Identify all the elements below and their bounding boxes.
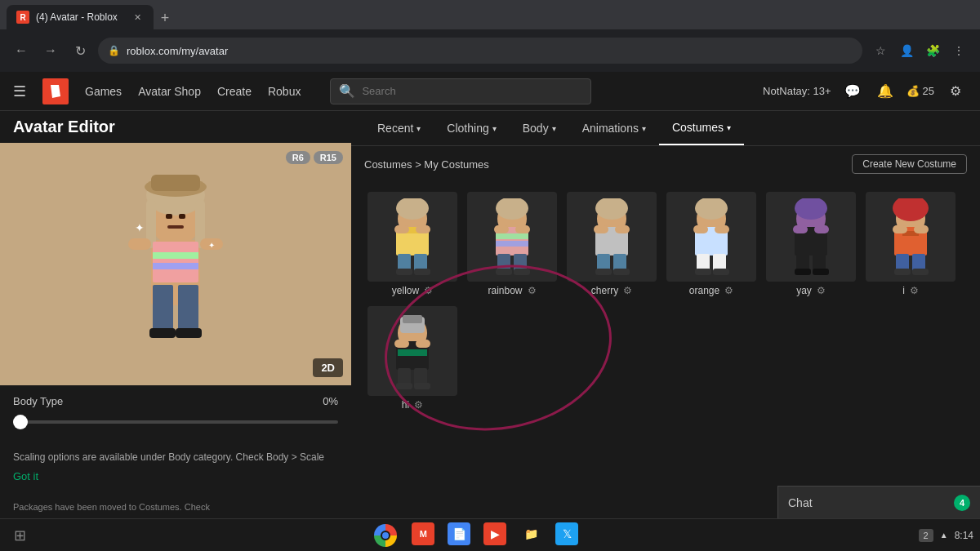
svg-rect-77 (914, 225, 929, 233)
nav-games[interactable]: Games (85, 85, 122, 98)
chat-bar[interactable]: Chat 4 (777, 486, 980, 518)
search-icon: 🔍 (339, 83, 355, 99)
youtube-taskbar-icon[interactable]: ▶ (483, 522, 506, 545)
username: NotNatay: 13+ (763, 85, 831, 97)
svg-rect-88 (416, 340, 430, 348)
chat-icon[interactable]: 💬 (841, 80, 864, 103)
tab-bar: R (4) Avatar - Roblox ✕ + (0, 0, 980, 29)
costume-rainbow-name: rainbow (488, 285, 522, 296)
drive-taskbar-icon[interactable]: 📁 (519, 522, 542, 545)
costume-item-rainbow[interactable]: rainbow ⚙ (464, 189, 560, 300)
more-button[interactable]: ⋮ (947, 39, 970, 62)
svg-rect-48 (594, 225, 608, 233)
profile-button[interactable]: 👤 (895, 39, 918, 62)
costume-item-orange[interactable]: orange ⚙ (663, 189, 760, 300)
chat-badge: 4 (954, 495, 970, 511)
svg-rect-6 (166, 214, 172, 219)
taskbar-left: ⊞ (0, 522, 39, 549)
costume-item-yay[interactable]: yay ⚙ (763, 189, 859, 300)
svg-rect-50 (595, 269, 612, 275)
new-tab-button[interactable]: + (154, 7, 176, 29)
costume-orange-settings-icon[interactable]: ⚙ (724, 285, 733, 296)
costume-thumb-i (866, 192, 956, 282)
reload-button[interactable]: ↻ (69, 39, 91, 62)
slider-track (13, 420, 338, 424)
svg-rect-84 (398, 349, 427, 356)
svg-rect-14 (149, 328, 176, 338)
costume-orange-name: orange (689, 285, 719, 296)
extensions-button[interactable]: 🧩 (921, 39, 944, 62)
costume-hi-settings-icon[interactable]: ⚙ (414, 399, 423, 411)
expand-icon[interactable]: ▲ (940, 531, 948, 540)
chat-label: Chat (788, 496, 813, 509)
settings-icon[interactable]: ⚙ (944, 80, 967, 103)
svg-rect-82 (403, 315, 422, 323)
nav-avatar-shop[interactable]: Avatar Shop (138, 85, 201, 98)
tab-animations[interactable]: Animations ▾ (569, 111, 659, 145)
nav-create[interactable]: Create (217, 85, 252, 98)
slider-thumb[interactable] (13, 415, 28, 429)
costume-item-yellow[interactable]: yellow ⚙ (364, 189, 461, 300)
search-input[interactable] (362, 85, 582, 97)
twitter-taskbar-icon[interactable]: 𝕏 (555, 522, 578, 545)
roblox-search[interactable]: 🔍 (330, 78, 591, 104)
roblox-logo (42, 78, 69, 104)
svg-rect-78 (894, 269, 911, 275)
tab-body[interactable]: Body ▾ (510, 111, 569, 145)
svg-rect-79 (912, 269, 929, 275)
svg-rect-57 (693, 225, 708, 233)
costume-item-hi[interactable]: hi ⚙ (364, 303, 461, 414)
tab-costumes[interactable]: Costumes ▾ (659, 111, 744, 145)
create-costume-button[interactable]: Create New Costume (852, 154, 967, 174)
tab-close-button[interactable]: ✕ (131, 11, 144, 24)
hamburger-menu[interactable]: ☰ (13, 82, 26, 100)
svg-rect-35 (496, 233, 528, 239)
windows-button[interactable]: ⊞ (7, 522, 33, 549)
costume-i-settings-icon[interactable]: ⚙ (910, 285, 919, 296)
costume-yay-name: yay (796, 285, 812, 296)
costume-cherry-settings-icon[interactable]: ⚙ (623, 285, 632, 296)
svg-rect-30 (396, 269, 412, 275)
docs-taskbar-icon[interactable]: 📄 (448, 522, 470, 545)
body-dropdown-icon: ▾ (552, 124, 556, 133)
robux-amount: 25 (923, 85, 934, 97)
bookmark-button[interactable]: ☆ (869, 39, 892, 62)
scaling-text: Scaling options are available under Body… (13, 451, 324, 463)
costume-rainbow-settings-icon[interactable]: ⚙ (528, 285, 537, 296)
r15-badge[interactable]: R15 (314, 151, 343, 164)
got-it-button[interactable]: Got it (13, 469, 338, 486)
left-panel: Avatar Editor R6 R15 (0, 111, 351, 518)
notification-count: 2 (919, 529, 933, 542)
svg-rect-49 (615, 225, 630, 233)
tab-recent[interactable]: Recent ▾ (364, 111, 434, 145)
r6-badge[interactable]: R6 (286, 151, 310, 164)
notifications-icon[interactable]: 🔔 (874, 80, 897, 103)
active-tab[interactable]: R (4) Avatar - Roblox ✕ (7, 5, 154, 29)
chrome-taskbar-icon[interactable] (372, 522, 399, 549)
costumes-grid: yellow ⚙ (351, 182, 980, 420)
address-bar[interactable]: 🔒 roblox.com/my/avatar (98, 38, 862, 64)
back-button[interactable]: ← (10, 39, 33, 62)
costume-item-i[interactable]: i ⚙ (862, 189, 959, 300)
costume-hi-name: hi (402, 399, 409, 411)
svg-rect-9 (153, 242, 198, 282)
nav-actions: ☆ 👤 🧩 ⋮ (869, 39, 970, 62)
gmail-taskbar-icon[interactable]: M (412, 522, 434, 545)
animations-dropdown-icon: ▾ (642, 124, 646, 133)
svg-rect-60 (713, 269, 729, 275)
nav-robux[interactable]: Robux (268, 85, 301, 98)
view-2d-button[interactable]: 2D (313, 358, 343, 377)
svg-rect-76 (893, 225, 907, 233)
costume-rainbow-label-row: rainbow ⚙ (467, 285, 557, 296)
costume-thumb-orange (666, 192, 756, 282)
costume-i-name: i (902, 285, 905, 296)
tab-clothing[interactable]: Clothing ▾ (434, 111, 509, 145)
forward-button[interactable]: → (39, 39, 62, 62)
costume-yay-settings-icon[interactable]: ⚙ (817, 285, 826, 296)
costume-yellow-settings-icon[interactable]: ⚙ (424, 285, 433, 296)
costume-cherry-name: cherry (591, 285, 618, 296)
body-type-slider[interactable] (13, 414, 338, 430)
costume-thumb-hi (368, 306, 457, 396)
costume-thumb-yay (766, 192, 856, 282)
costume-item-cherry[interactable]: cherry ⚙ (564, 189, 660, 300)
